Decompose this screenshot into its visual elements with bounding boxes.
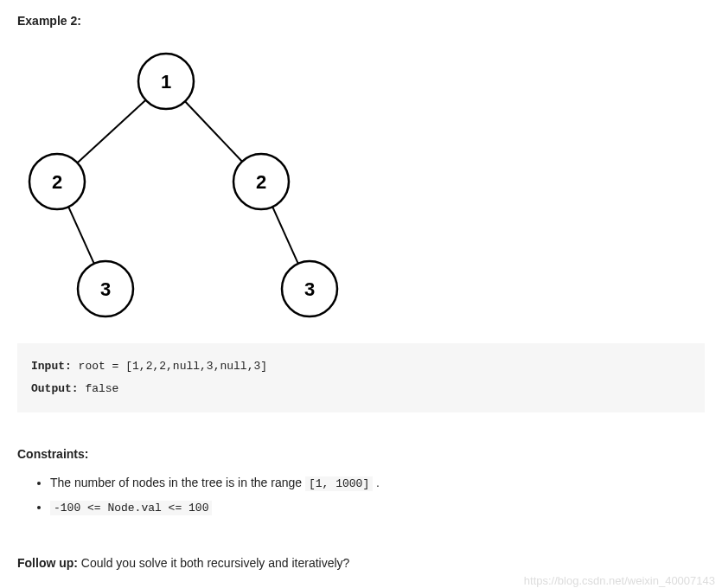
followup-text: Could you solve it both recursively and … [78, 556, 349, 570]
input-line: Input: root = [1,2,2,null,3,null,3] [31, 355, 691, 378]
output-text: false [79, 382, 119, 395]
tree-node-value: 2 [52, 171, 62, 193]
input-label: Input: [31, 360, 72, 373]
constraint-code: -100 <= Node.val <= 100 [50, 501, 212, 515]
tree-node-value: 2 [256, 171, 266, 193]
constraint-text: The number of nodes in the tree is in th… [50, 476, 305, 489]
tree-edge [78, 100, 146, 163]
constraint-item: -100 <= Node.val <= 100 [50, 497, 705, 518]
tree-node-value: 1 [161, 71, 171, 93]
followup: Follow up: Could you solve it both recur… [17, 556, 705, 570]
constraint-item: The number of nodes in the tree is in th… [50, 473, 705, 494]
constraints-list: The number of nodes in the tree is in th… [17, 473, 705, 518]
example-heading: Example 2: [17, 14, 705, 28]
output-line: Output: false [31, 378, 691, 400]
constraint-text: . [373, 476, 380, 489]
tree-edge [272, 207, 298, 264]
followup-label: Follow up: [17, 556, 78, 570]
tree-diagram: 12233 [17, 40, 705, 328]
tree-svg: 12233 [17, 40, 363, 325]
tree-node-value: 3 [304, 278, 315, 300]
tree-edge [68, 207, 94, 264]
watermark: https://blog.csdn.net/weixin_40007143 [524, 574, 715, 587]
example-io-block: Input: root = [1,2,2,null,3,null,3] Outp… [17, 343, 705, 412]
output-label: Output: [31, 382, 79, 395]
tree-edge [185, 101, 242, 162]
input-text: root = [1,2,2,null,3,null,3] [72, 360, 267, 373]
tree-node-value: 3 [100, 278, 111, 300]
constraints-heading: Constraints: [17, 447, 705, 461]
constraint-code: [1, 1000] [305, 476, 373, 491]
